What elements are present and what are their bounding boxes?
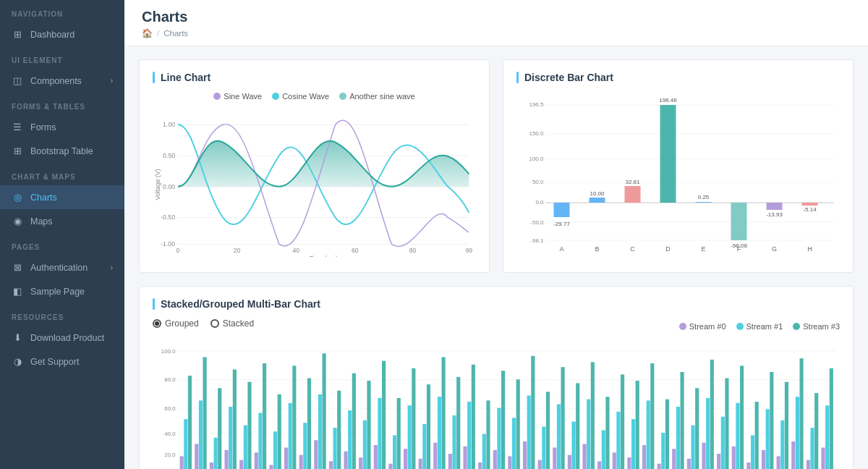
bar	[278, 394, 281, 469]
sidebar: NAVIGATION⊞DashboardUI ELEMENT◫Component…	[0, 0, 124, 469]
bar	[199, 400, 203, 469]
maps-icon: ◉	[12, 216, 23, 227]
bar	[780, 421, 784, 469]
multi-bar-chart-svg: 100.0 80.0 60.0 40.0 20.0 0.0 3711151923…	[153, 342, 840, 469]
bar	[695, 388, 699, 469]
bar	[830, 368, 833, 469]
grouped-option[interactable]: Grouped	[153, 318, 199, 329]
bar	[616, 412, 620, 469]
svg-text:-5.14: -5.14	[803, 206, 817, 213]
bar	[571, 421, 575, 469]
bar	[516, 379, 520, 469]
charts-icon: ◎	[12, 192, 23, 203]
download-icon: ⬇	[12, 332, 23, 343]
svg-text:50.0: 50.0	[532, 179, 544, 185]
bar	[344, 452, 347, 469]
sidebar-item-authentication[interactable]: ⊠Authentication›	[0, 255, 124, 279]
sidebar-item-label: Get Support	[30, 357, 79, 367]
bar	[482, 434, 486, 469]
bar	[299, 455, 303, 469]
stream1-legend: Stream #1	[736, 322, 783, 331]
svg-text:-29.77: -29.77	[553, 221, 570, 227]
sidebar-item-maps[interactable]: ◉Maps	[0, 209, 124, 233]
svg-text:0.00: 0.00	[163, 183, 175, 190]
svg-text:196.5: 196.5	[529, 101, 544, 108]
bar	[613, 452, 616, 469]
svg-text:-1.00: -1.00	[161, 240, 175, 248]
svg-text:20: 20	[234, 247, 241, 254]
bar	[367, 381, 370, 469]
svg-text:100.0: 100.0	[161, 348, 176, 355]
bar-chart-title: Discrete Bar Chart	[516, 72, 840, 83]
bar	[553, 447, 556, 469]
chevron-right-icon: ›	[111, 263, 113, 271]
bar	[397, 398, 401, 469]
bar	[412, 368, 415, 469]
bar	[661, 433, 665, 469]
breadcrumb-home[interactable]: 🏠	[142, 28, 153, 38]
stream3-legend: Stream #3	[793, 322, 840, 331]
sidebar-section-label: FORMS & TABLES	[0, 93, 124, 115]
bar	[602, 430, 605, 469]
bar	[433, 443, 437, 469]
sidebar-item-download[interactable]: ⬇Download Product	[0, 326, 124, 350]
bar	[463, 447, 467, 469]
bar	[687, 459, 691, 469]
svg-text:-0.50: -0.50	[161, 214, 175, 221]
bar	[284, 447, 288, 469]
svg-text:80: 80	[409, 247, 417, 254]
bar	[736, 403, 739, 469]
bar	[721, 417, 725, 469]
bar	[810, 428, 814, 469]
content-area: Line Chart Sine Wave Cosine Wave Another…	[124, 46, 868, 469]
bar	[642, 445, 646, 469]
bar	[233, 370, 237, 469]
stacked-option[interactable]: Stacked	[210, 318, 254, 329]
line-chart-title: Line Chart	[153, 72, 476, 83]
sidebar-item-dashboard[interactable]: ⊞Dashboard	[0, 22, 124, 46]
multi-bar-chart-title: Stacked/Grouped Multi-Bar Chart	[153, 298, 840, 310]
svg-text:0.25: 0.25	[698, 194, 710, 200]
svg-text:60.0: 60.0	[164, 405, 176, 412]
sidebar-item-components[interactable]: ◫Components›	[0, 69, 124, 93]
sidebar-item-label: Bootstrap Table	[30, 146, 93, 156]
bar	[807, 460, 810, 469]
sidebar-item-forms[interactable]: ☰Forms	[0, 115, 124, 139]
bar-options-row: Grouped Stacked Stream #0 Stream #1	[153, 318, 840, 334]
bar	[501, 371, 505, 469]
svg-rect-39	[625, 186, 641, 203]
bar	[702, 443, 705, 469]
line-chart-card: Line Chart Sine Wave Cosine Wave Another…	[139, 59, 490, 273]
bar	[244, 426, 247, 469]
bar	[706, 398, 710, 469]
bar	[508, 456, 511, 469]
bar	[456, 377, 460, 469]
svg-text:0.0: 0.0	[535, 199, 544, 206]
bar	[717, 454, 720, 469]
bar	[210, 462, 213, 469]
bar	[582, 444, 586, 469]
bar	[825, 405, 829, 469]
bar	[725, 379, 728, 469]
breadcrumb: 🏠 / Charts	[142, 28, 851, 38]
svg-text:99: 99	[465, 247, 472, 254]
bar	[814, 393, 818, 469]
stacked-radio[interactable]	[210, 319, 219, 328]
bar	[337, 391, 341, 469]
svg-rect-48	[731, 203, 747, 240]
bar	[188, 376, 192, 469]
bar	[497, 408, 501, 469]
bar	[363, 421, 367, 469]
sidebar-item-label: Download Product	[30, 333, 104, 343]
svg-text:Voltage (V): Voltage (V)	[154, 169, 161, 200]
grouped-radio[interactable]	[153, 319, 161, 328]
sidebar-item-support[interactable]: ◑Get Support	[0, 350, 124, 373]
sidebar-item-charts[interactable]: ◎Charts	[0, 185, 124, 209]
bar	[195, 444, 198, 469]
sidebar-item-bootstrap-table[interactable]: ⊞Bootstrap Table	[0, 139, 124, 163]
svg-text:60: 60	[352, 247, 359, 254]
sidebar-item-label: Authentication	[30, 263, 88, 273]
legend-another-sine: Another sine wave	[339, 92, 415, 101]
sidebar-item-sample-page[interactable]: ◧Sample Page	[0, 279, 124, 303]
svg-text:D: D	[665, 245, 671, 253]
